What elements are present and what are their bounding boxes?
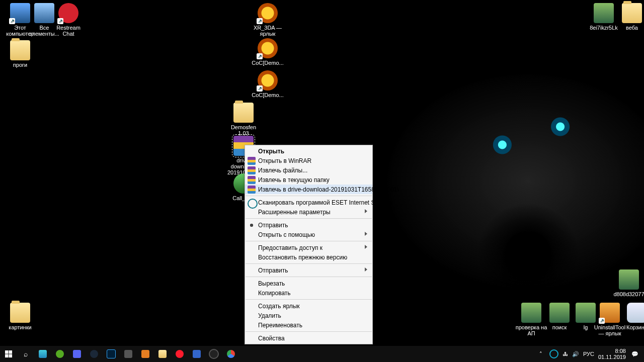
ctx-delete[interactable]: Удалить xyxy=(245,311,372,320)
image-icon xyxy=(594,3,614,23)
share-icon xyxy=(248,221,256,229)
taskbar-app-3[interactable] xyxy=(188,346,205,362)
action-center-button[interactable]: 💬 xyxy=(630,346,640,362)
menu-label: Восстановить прежнюю версию xyxy=(258,254,347,261)
app-icon xyxy=(124,350,132,358)
icon-bei[interactable]: 8ei7ikzr5Lk xyxy=(588,3,620,31)
icon-label: 8ei7ikzr5Lk xyxy=(588,25,620,31)
tray-language[interactable]: РУС xyxy=(583,351,594,357)
ctx-restore-prev[interactable]: Восстановить прежнюю версию xyxy=(245,252,372,262)
menu-label: Переименовать xyxy=(258,322,302,329)
search-icon: ⌕ xyxy=(24,350,28,358)
menu-label: Удалить xyxy=(258,312,281,319)
menu-label: Извлечь в текущую папку xyxy=(258,176,330,184)
game-icon xyxy=(258,70,278,90)
tray-overflow[interactable]: ˄ xyxy=(536,346,545,362)
ctx-rename[interactable]: Переименовать xyxy=(245,320,372,330)
ctx-cut[interactable]: Вырезать xyxy=(245,279,372,288)
taskbar-app-explorer[interactable] xyxy=(154,346,171,362)
chevron-right-icon xyxy=(365,267,369,272)
icon-label: Restream Chat xyxy=(52,25,85,37)
ctx-eset-scan[interactable]: Сканировать программой ESET Internet Sec… xyxy=(245,198,372,207)
icon-label: проверка на АП xyxy=(515,324,547,336)
taskbar-app-opera[interactable] xyxy=(171,346,188,362)
icon-restream[interactable]: Restream Chat xyxy=(52,3,85,37)
icon-pictures[interactable]: картинки xyxy=(4,303,36,330)
taskbar-app-1[interactable] xyxy=(120,346,137,362)
icon-label: CoC[Demo... xyxy=(252,92,284,98)
icon-recycle-bin[interactable]: Корзина xyxy=(621,303,644,330)
taskbar-app-chrome[interactable] xyxy=(222,346,239,362)
discord-icon xyxy=(73,350,81,358)
ctx-advanced[interactable]: Расширенные параметры xyxy=(245,207,372,217)
explorer-icon xyxy=(158,350,167,358)
icon-label: проги xyxy=(4,62,36,68)
tray-network-icon[interactable]: 🖧 xyxy=(562,351,568,357)
ctx-open-winrar[interactable]: Открыть в WinRAR xyxy=(245,156,372,165)
menu-label: Отправить xyxy=(258,222,288,229)
svg-rect-1 xyxy=(9,350,12,354)
start-button[interactable] xyxy=(0,346,17,362)
context-menu: Открыть Открыть в WinRAR Извлечь файлы..… xyxy=(245,145,373,344)
ctx-extract-to[interactable]: Извлечь в drive-download-20191031T165820… xyxy=(245,185,372,194)
svg-rect-3 xyxy=(9,354,12,357)
game-icon xyxy=(258,3,278,23)
winrar-icon xyxy=(248,186,256,194)
ctx-grant-access[interactable]: Предоставить доступ к xyxy=(245,243,372,252)
menu-label: Сканировать программой ESET Internet Sec… xyxy=(258,199,393,206)
windows-icon xyxy=(5,350,13,358)
taskbar-app-photoshop[interactable] xyxy=(103,346,120,362)
image-icon xyxy=(521,303,541,323)
menu-label: Свойства xyxy=(258,335,285,342)
taskbar-app-discord[interactable] xyxy=(68,346,86,362)
menu-separator xyxy=(246,263,372,264)
ctx-copy[interactable]: Копировать xyxy=(245,288,372,298)
winrar-icon xyxy=(248,176,256,184)
svg-rect-0 xyxy=(5,350,9,354)
taskbar-app-utorrent[interactable] xyxy=(51,346,68,362)
tool-icon xyxy=(600,303,620,323)
folder-icon xyxy=(10,40,30,60)
menu-label: Открыть с помощью xyxy=(258,231,315,238)
icon-proverka[interactable]: проверка на АП xyxy=(515,303,547,336)
clock-time: 8:08 xyxy=(598,348,626,354)
ctx-send-to-2[interactable]: Отправить xyxy=(245,265,372,275)
menu-separator xyxy=(246,241,372,241)
icon-label: Demosfen 1.03 xyxy=(227,124,260,136)
ctx-extract-files[interactable]: Извлечь файлы... xyxy=(245,165,372,175)
search-button[interactable]: ⌕ xyxy=(17,346,34,362)
panel-icon xyxy=(34,3,54,23)
menu-separator xyxy=(246,299,372,300)
game-icon xyxy=(258,38,278,58)
image-icon xyxy=(619,269,639,290)
ctx-send-to[interactable]: Отправить xyxy=(245,220,372,230)
menu-label: Извлечь в drive-download-20191031T165820… xyxy=(258,186,399,193)
icon-progi[interactable]: проги xyxy=(4,40,36,68)
tray-volume-icon[interactable]: 🔊 xyxy=(572,351,579,357)
icon-d808[interactable]: d808d32077 xyxy=(613,269,644,297)
menu-separator xyxy=(246,218,372,219)
icon-coc1[interactable]: CoC[Demo... xyxy=(252,38,284,66)
ctx-extract-here[interactable]: Извлечь в текущую папку xyxy=(245,175,372,185)
system-tray: ˄ 🖧 🔊 РУС 8:08 01.11.2019 💬 xyxy=(532,346,644,362)
tray-eset-icon[interactable] xyxy=(549,349,558,358)
task-view-button[interactable] xyxy=(34,346,51,362)
folder-icon xyxy=(622,3,642,23)
icon-coc2[interactable]: CoC[Demo... xyxy=(252,70,284,98)
icon-label: XR_3DA — ярлык xyxy=(252,25,284,37)
ctx-create-shortcut[interactable]: Создать ярлык xyxy=(245,301,372,311)
icon-demosfen[interactable]: Demosfen 1.03 xyxy=(227,103,260,136)
ctx-open-with[interactable]: Открыть с помощью xyxy=(245,230,372,239)
taskbar-app-steam[interactable] xyxy=(86,346,103,362)
ctx-properties[interactable]: Свойства xyxy=(245,333,372,343)
icon-xr3da[interactable]: XR_3DA — ярлык xyxy=(252,3,284,37)
obs-icon xyxy=(209,349,219,359)
ctx-open[interactable]: Открыть xyxy=(245,146,372,156)
taskbar-app-2[interactable] xyxy=(137,346,154,362)
winrar-icon xyxy=(248,157,256,165)
photoshop-icon xyxy=(107,349,116,358)
taskbar-app-obs[interactable] xyxy=(205,346,222,362)
icon-veba[interactable]: веба xyxy=(616,3,644,31)
icon-label: d808d32077 xyxy=(613,291,644,297)
taskbar-clock[interactable]: 8:08 01.11.2019 xyxy=(598,348,626,360)
